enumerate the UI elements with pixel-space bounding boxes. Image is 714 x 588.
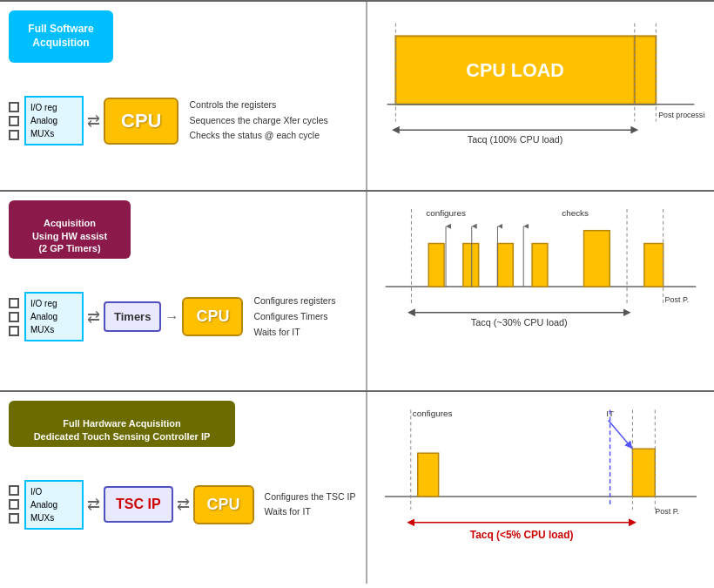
section1-arrow: ⇄ xyxy=(87,112,100,131)
desc-line2: Waits for IT xyxy=(265,504,356,520)
bidir-arrow-s3-icon: ⇄ xyxy=(87,495,100,514)
bidir-arrow-icon: ⇄ xyxy=(87,308,100,327)
section1-cpu-label: CPU xyxy=(121,110,161,132)
desc-line2: Sequences the charge Xfer cycles xyxy=(189,113,327,129)
pulse2 xyxy=(463,244,479,287)
section3-title: Full Hardware Acquisition Dedicated Touc… xyxy=(9,401,235,447)
io-line3: MUXs xyxy=(30,323,77,336)
s3-arrow1: ⇄ xyxy=(87,495,100,514)
post-bar xyxy=(635,36,657,104)
post-bar-s2 xyxy=(644,244,663,287)
post-label-s2: Post P. xyxy=(665,295,690,304)
section1-left: Full Software Acquisition I/O reg Analog… xyxy=(0,2,366,190)
section2-timers-box: Timers xyxy=(104,301,161,332)
post-label-s3: Post P. xyxy=(655,507,679,516)
section1-diagram: I/O reg Analog MUXs ⇄ CPU Controls the r… xyxy=(9,96,328,145)
desc-line3: Waits for IT xyxy=(253,325,335,341)
section3-cpu-label: CPU xyxy=(207,496,240,514)
s2-arrow1: ⇄ xyxy=(87,308,100,327)
sq-3 xyxy=(9,326,19,336)
section1-cpu-box: CPU xyxy=(104,98,178,145)
section3-diagram: I/O Analog MUXs ⇄ TSC IP ⇄ CPU Configure… xyxy=(9,480,355,530)
sq3-1 xyxy=(9,485,19,496)
pulse1 xyxy=(428,244,444,287)
section3-timing: configures IT Tacq (<5% CPU load) xyxy=(366,392,714,584)
s3-configures-label: configures xyxy=(413,409,453,418)
io-line1: I/O reg xyxy=(30,101,77,114)
checks-label: checks xyxy=(562,208,589,218)
io-line1: I/O xyxy=(30,485,77,498)
section3-tsc-box: TSC IP xyxy=(104,486,173,523)
tacq-label-s3: Tacq (<5% CPU load) xyxy=(470,529,574,541)
io-line3: MUXs xyxy=(30,511,77,524)
section1-title: Full Software Acquisition xyxy=(9,10,113,63)
post-label: Post processing xyxy=(658,111,705,119)
sq3-3 xyxy=(9,513,19,524)
post-bar-s3 xyxy=(632,449,655,497)
connector-sq-3 xyxy=(9,130,19,140)
sq3-2 xyxy=(9,499,19,510)
desc-line1: Controls the registers xyxy=(189,98,327,113)
it-arrow xyxy=(609,420,633,449)
section2-timing: configures checks Ta xyxy=(366,192,714,390)
section1-timing-svg: CPU LOAD Tacq (100% CPU load) Post proce… xyxy=(376,10,705,181)
tacq-label-s2: Tacq (~30% CPU load) xyxy=(471,317,568,328)
sq-2 xyxy=(9,312,19,322)
desc-line3: Checks the status @ each cycle xyxy=(189,128,327,144)
section3-cpu-box: CPU xyxy=(193,485,254,524)
section2-cpu-box: CPU xyxy=(182,297,243,336)
connector-sq-1 xyxy=(9,102,19,112)
cpu-load-text: CPU LOAD xyxy=(466,59,564,81)
section3-description: Configures the TSC IP Waits for IT xyxy=(265,490,356,521)
desc-line1: Configures registers xyxy=(253,294,335,309)
section-1: Full Software Acquisition I/O reg Analog… xyxy=(0,0,714,192)
config-bar-s3 xyxy=(418,453,439,497)
pulse3 xyxy=(497,244,513,287)
io-line3: MUXs xyxy=(30,127,77,140)
section2-title-text: Acquisition Using HW assist (2 GP Timers… xyxy=(32,218,107,253)
section2-timing-svg: configures checks Ta xyxy=(376,200,705,382)
io-line2: Analog xyxy=(30,310,77,323)
section1-connectors xyxy=(9,100,19,142)
checks-bar xyxy=(584,231,610,287)
section1-timing: CPU LOAD Tacq (100% CPU load) Post proce… xyxy=(366,2,714,190)
sq-1 xyxy=(9,298,19,308)
section1-description: Controls the registers Sequences the cha… xyxy=(189,98,327,145)
section3-timing-svg: configures IT Tacq (<5% CPU load) xyxy=(376,401,705,575)
tacq-label: Tacq (100% CPU load) xyxy=(468,134,563,145)
s2-arrow2: → xyxy=(165,309,178,325)
section3-title-text: Full Hardware Acquisition Dedicated Touc… xyxy=(34,418,211,441)
right-arrow-icon: → xyxy=(165,309,178,325)
timers-label: Timers xyxy=(114,310,151,323)
section2-diagram: I/O reg Analog MUXs ⇄ Timers → CPU Confi… xyxy=(9,292,335,341)
tsc-label: TSC IP xyxy=(116,497,161,511)
desc-line2: Configures Timers xyxy=(253,309,335,325)
section2-cpu-label: CPU xyxy=(196,308,229,326)
section-3: Full Hardware Acquisition Dedicated Touc… xyxy=(0,392,714,584)
bidir-arrow-icon: ⇄ xyxy=(87,112,100,131)
section2-title: Acquisition Using HW assist (2 GP Timers… xyxy=(9,200,131,259)
section3-connectors xyxy=(9,483,19,525)
section1-io-box: I/O reg Analog MUXs xyxy=(24,96,84,145)
configures-label: configures xyxy=(426,208,466,218)
section-2: Acquisition Using HW assist (2 GP Timers… xyxy=(0,192,714,392)
section2-left: Acquisition Using HW assist (2 GP Timers… xyxy=(0,192,366,390)
section2-io-box: I/O reg Analog MUXs xyxy=(24,292,84,341)
section3-io-box: I/O Analog MUXs xyxy=(24,480,84,530)
section3-left: Full Hardware Acquisition Dedicated Touc… xyxy=(0,392,366,584)
section2-connectors xyxy=(9,296,19,338)
bidir-arrow-s3b-icon: ⇄ xyxy=(177,495,190,514)
section2-description: Configures registers Configures Timers W… xyxy=(253,294,335,341)
connector-sq-2 xyxy=(9,116,19,126)
io-line1: I/O reg xyxy=(30,297,77,310)
io-line2: Analog xyxy=(30,498,77,511)
pulse4 xyxy=(532,244,548,287)
io-line2: Analog xyxy=(30,114,77,127)
desc-line1: Configures the TSC IP xyxy=(265,490,356,505)
s3-arrow2: ⇄ xyxy=(177,495,190,514)
